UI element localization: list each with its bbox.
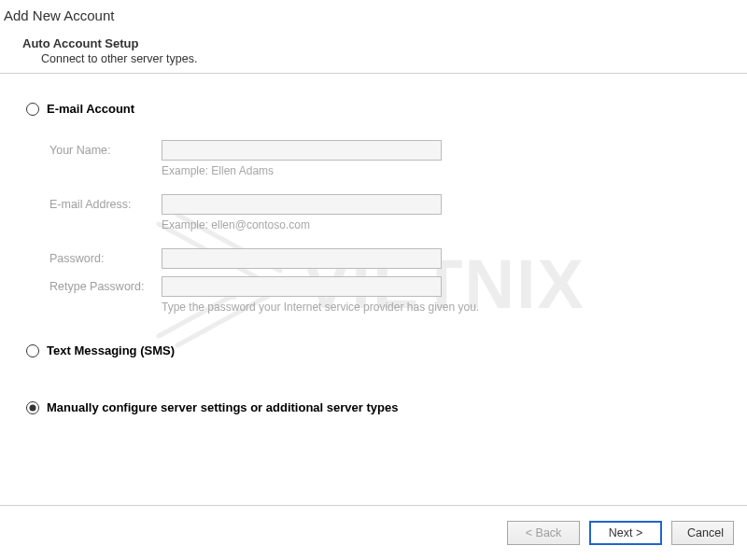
option-sms-label: Text Messaging (SMS) — [47, 343, 175, 357]
email-form: Your Name: Example: Ellen Adams E-mail A… — [49, 140, 728, 314]
radio-icon-selected — [26, 401, 39, 414]
email-hint: Example: ellen@contoso.com — [162, 218, 728, 231]
section-title: Auto Account Setup — [22, 36, 743, 50]
email-label: E-mail Address: — [49, 198, 162, 211]
dialog-body: E-mail Account Your Name: Example: Ellen… — [0, 74, 747, 441]
radio-icon — [26, 103, 39, 116]
password-label: Password: — [49, 252, 162, 265]
option-manual-config[interactable]: Manually configure server settings or ad… — [26, 400, 728, 414]
field-password: Password: — [49, 248, 728, 269]
option-manual-label: Manually configure server settings or ad… — [47, 400, 398, 414]
back-button: < Back — [507, 521, 580, 545]
cancel-button[interactable]: Cancel — [671, 521, 734, 545]
password-input[interactable] — [162, 248, 442, 269]
option-email-account[interactable]: E-mail Account — [26, 102, 728, 116]
next-button[interactable]: Next > — [589, 521, 662, 545]
retype-password-input[interactable] — [162, 276, 442, 297]
option-sms[interactable]: Text Messaging (SMS) — [26, 343, 728, 357]
dialog-footer: < Back Next > Cancel — [0, 505, 747, 560]
retype-password-label: Retype Password: — [49, 280, 162, 293]
email-input[interactable] — [162, 194, 442, 215]
password-hint: Type the password your Internet service … — [162, 301, 728, 314]
your-name-input[interactable] — [162, 140, 442, 161]
your-name-hint: Example: Ellen Adams — [162, 164, 728, 177]
add-account-dialog: VIETNIX Add New Account Auto Account Set… — [0, 0, 747, 560]
option-email-label: E-mail Account — [47, 102, 134, 116]
radio-icon — [26, 344, 39, 357]
field-your-name: Your Name: — [49, 140, 728, 161]
field-email: E-mail Address: — [49, 194, 728, 215]
section-subtitle: Connect to other server types. — [41, 52, 743, 65]
field-retype-password: Retype Password: — [49, 276, 728, 297]
your-name-label: Your Name: — [49, 144, 162, 157]
window-title: Add New Account — [4, 7, 743, 23]
dialog-header: Add New Account Auto Account Setup Conne… — [0, 0, 747, 65]
